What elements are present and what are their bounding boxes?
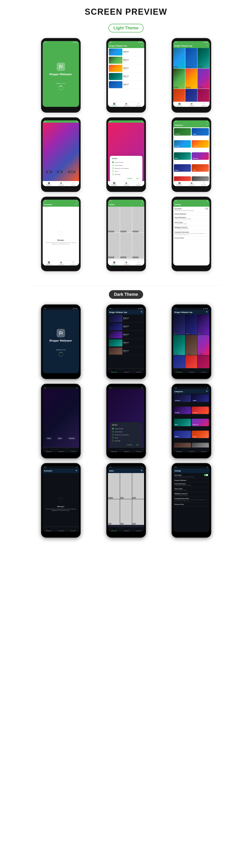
dk-setting-display[interactable]: Display Wallpaper [173,479,210,482]
nav-wallpapers[interactable]: 🖼Wallpapers [111,103,117,106]
list-item[interactable]: Nokia 2.4 Nokia 1.3 [108,339,144,347]
setting-push[interactable]: Push Notification Enable push notificati… [173,216,210,221]
nav-c-cat[interactable]: ⊞Categories [189,182,194,186]
dk-set-button[interactable]: SET [135,444,140,446]
nav-c-fav[interactable]: ⊞Categories [58,261,64,265]
list-item[interactable]: Nokia 5.5 Nokia 6.1 [108,56,144,64]
dk-nav-favorites-grid[interactable]: ♡Favourite [201,369,206,373]
dk-gal-cell[interactable]: Nokia [120,499,132,525]
dk-grid-cell[interactable]: Nokia 1.3 [197,335,209,355]
nav-f-fav[interactable]: ♡Favourite [71,261,75,265]
cat-miui[interactable]: MIUI [174,152,191,160]
nav-w-gal[interactable]: 🖼Wallpapers [111,261,117,265]
setting-cache[interactable]: Clear Cache Free up 40 MB of space [173,221,210,225]
share-btn[interactable]: Share [46,171,52,173]
nav-favorites-grid[interactable]: ♡Favourite [201,103,206,106]
dk-nav-f-cat[interactable]: ♡Favourite [201,448,206,452]
cat-apple[interactable]: Apple [192,128,209,135]
list-item[interactable]: Nokia 1.2 Nokia 1.2 [108,347,144,355]
list-item[interactable]: Nokia 1.2 Nokia 1.2 [108,81,144,89]
dialog-option-home[interactable]: Home Screen [112,161,140,164]
nav-wallpapers-single[interactable]: 🖼Wallpapers [46,182,52,186]
dk-dialog-option-both[interactable]: Home & Lock Screens [112,433,140,436]
darkmode-toggle[interactable] [204,208,208,210]
light-search-icon[interactable]: 🔍 [141,45,143,46]
light-gal-search[interactable]: 🔍 [141,204,143,205]
apply-btn[interactable]: Apply [57,171,62,173]
dk-nav-f-fav[interactable]: ♡Favourite [71,528,75,531]
dk-nav-favorites[interactable]: ♡Favourite [136,369,141,373]
dk-setting-push[interactable]: Push Notification Enable push notificati… [173,482,210,487]
cat-oppo[interactable]: Oppo [192,164,209,172]
dk-nav-w-cat[interactable]: 🖼Wallpapers [177,448,182,452]
dialog-option-both[interactable]: Home & Lock Screens [112,167,140,170]
dk-gal-cell[interactable]: Nokia [108,499,120,525]
grid-cell[interactable]: Nokia 3.4 [185,69,197,89]
gal-cell[interactable]: Galaxy Note [120,207,132,232]
nav-favorites-single[interactable]: ♡Favourite [71,182,75,186]
dk-setting-cache[interactable]: Clear Cache Free up 40 MB of space [173,487,210,492]
dk-nav-wallpapers-grid[interactable]: 🖼Wallpapers [177,369,182,373]
list-item[interactable]: Nokia 3.4 Nokia 3.4 [108,331,144,339]
light-fav-search[interactable]: 🔍 [75,204,77,205]
nav-f-dialog[interactable]: ♡Favourite [136,182,141,186]
list-item[interactable]: Nokia 5.4 Nokia 5.3 [108,48,144,56]
nav-w-cat[interactable]: 🖼Wallpapers [177,182,182,186]
dk-cat-oppo[interactable]: Oppo [192,431,209,438]
dk-cat-google[interactable]: Google [174,407,191,414]
setting-darkmode[interactable]: Dark Mode Switch between light and dark … [173,207,210,212]
cat-android[interactable]: Android [174,128,191,135]
nav-f-gal[interactable]: ♡Favourite [136,261,141,265]
cat-google[interactable]: Google [174,140,191,148]
setting-privacy[interactable]: Privacy Policy [173,236,210,240]
dk-nav-c-single[interactable]: ⊞Categories [58,448,64,452]
setting-display[interactable]: Display Wallpaper [173,212,210,216]
dk-nav-c-dialog[interactable]: ⊞Categories [124,448,129,452]
dialog-option-lock[interactable]: Lock Screen [112,164,140,167]
dk-nav-w-dialog[interactable]: 🖼Wallpapers [111,448,117,452]
nav-w-dialog[interactable]: 🖼Wallpapers [111,182,117,186]
dk-nav-categories[interactable]: ⊞Categories [124,369,129,373]
set-button[interactable]: SET [135,177,140,180]
dk-gal-cell[interactable]: Nokia [132,473,144,499]
dk-nav-categories-grid[interactable]: ⊞Categories [189,369,194,373]
dk-nav-c-gal[interactable]: ⊞Categories [124,528,129,531]
dk-grid-cell[interactable]: Nokia 5.4 [173,335,185,355]
dk-gal-cell[interactable]: Nokia [132,499,144,525]
dk-fav-btn[interactable]: Favourite [68,437,75,439]
dialog-option-setwith[interactable]: Set With... [112,173,140,176]
nav-categories[interactable]: ⊞Categories [124,103,129,106]
list-item[interactable]: Nokia 5.4 Nokia 5.3 [108,314,144,322]
dk-cat-miui[interactable]: MIUI [174,419,191,426]
dk-nav-c-cat[interactable]: ⊞Categories [189,448,194,452]
dk-cat-lenovo[interactable]: Lenovo [192,407,209,414]
cat-lenovo[interactable]: Lenovo [192,140,209,148]
dk-grid-cell[interactable]: Nokia 5.4 [173,314,185,335]
dk-darkmode-toggle[interactable] [204,474,208,476]
gal-cell[interactable]: Galaxy Note [120,233,132,259]
dk-gal-cell[interactable]: Nokia 5.9 [108,473,120,499]
dk-dialog-option-home[interactable]: Home Screen [112,427,140,430]
gal-cell[interactable]: Galaxy Note [108,207,120,232]
dk-gal-cell[interactable]: Nokia [120,473,132,499]
list-item[interactable]: Nokia 2.4 Nokia 1.3 [108,72,144,81]
nav-categories-grid[interactable]: ⊞Categories [189,103,194,106]
light-search-icon-grid[interactable]: 🔍 [206,45,208,46]
nav-c-gal[interactable]: ⊞Categories [124,261,129,265]
dk-setting-darkmode[interactable]: Dark Mode Switch between light and dark … [173,473,210,479]
dk-nav-w-gal[interactable]: 🖼Wallpapers [111,528,117,531]
dialog-option-crop[interactable]: Crop [112,170,140,173]
dk-cancel-button[interactable]: CANCEL [126,444,133,446]
nav-wallpapers-grid[interactable]: 🖼Wallpapers [177,103,182,106]
dk-share-btn[interactable]: Share [46,437,52,439]
dk-grid-cell[interactable]: Nokia 3.4 [197,314,209,335]
cat-motorola[interactable]: Motorola [192,152,209,160]
dk-nav-f-single[interactable]: ♡Favourite [71,448,75,452]
dk-nav-f-dialog[interactable]: ♡Favourite [136,448,141,452]
gal-cell[interactable]: Galaxy Note [108,233,120,259]
dk-nav-w-single[interactable]: 🖼Wallpapers [46,448,52,452]
dark-cat-search[interactable]: 🔍 [206,391,208,392]
nav-w-fav[interactable]: 🖼Wallpapers [46,261,52,265]
nav-categories-single[interactable]: ⊞Categories [58,182,64,186]
dark-gal-search[interactable]: 🔍 [141,470,143,472]
